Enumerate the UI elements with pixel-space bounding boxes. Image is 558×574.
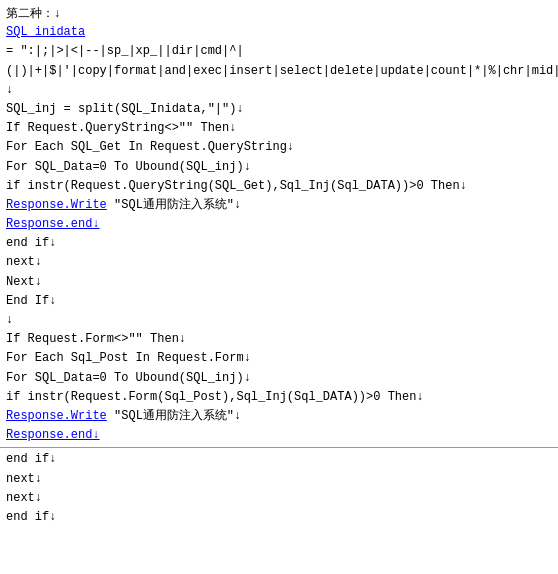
response-write-label-1: Response.Write <box>6 198 107 212</box>
code-section-top: 第二种：↓ SQL_inidata = ":|;|>|<|--|sp_|xp_|… <box>0 0 558 445</box>
response-write-post-line: Response.Write "SQL通用防注入系统"↓ <box>6 407 552 426</box>
for-each-post-line: For Each Sql_Post In Request.Form↓ <box>6 349 552 368</box>
next-2-line: Next↓ <box>6 273 552 292</box>
bottom-end-if-1: end if↓ <box>6 450 552 469</box>
sql-inidata-line: SQL_inidata <box>6 23 552 42</box>
if-form-line: If Request.Form<>"" Then↓ <box>6 330 552 349</box>
split-line: SQL_inj = split(SQL_Inidata,"|")↓ <box>6 100 552 119</box>
response-end-label-1: Response.end↓ <box>6 217 100 231</box>
response-end-get-line: Response.end↓ <box>6 215 552 234</box>
response-write-label-2: Response.Write <box>6 409 107 423</box>
section-divider <box>0 447 558 448</box>
for-data-get-line: For SQL_Data=0 To Ubound(SQL_inj)↓ <box>6 158 552 177</box>
if-instr-post-line: if instr(Request.Form(Sql_Post),Sql_Inj(… <box>6 388 552 407</box>
if-querystring-line: If Request.QueryString<>"" Then↓ <box>6 119 552 138</box>
if-instr-get-line: if instr(Request.QueryString(SQL_Get),Sq… <box>6 177 552 196</box>
blank2: ↓ <box>6 311 552 330</box>
bottom-next-2: next↓ <box>6 489 552 508</box>
for-data-post-line: For SQL_Data=0 To Ubound(SQL_inj)↓ <box>6 369 552 388</box>
sql-inidata-label: SQL_inidata <box>6 25 85 39</box>
end-if-2-line: End If↓ <box>6 292 552 311</box>
next-1-line: next↓ <box>6 253 552 272</box>
bottom-next-1: next↓ <box>6 470 552 489</box>
response-write-value-1: "SQL通用防注入系统"↓ <box>107 198 241 212</box>
end-if-1-line: end if↓ <box>6 234 552 253</box>
response-end-label-2: Response.end↓ <box>6 428 100 442</box>
blank1: ↓ <box>6 81 552 100</box>
bottom-end-if-2: end if↓ <box>6 508 552 527</box>
code-section-bottom: end if↓ next↓ next↓ end if↓ <box>0 450 558 531</box>
response-end-post-line: Response.end↓ <box>6 426 552 445</box>
response-write-get-line: Response.Write "SQL通用防注入系统"↓ <box>6 196 552 215</box>
sql-inidata-value-line: = ":|;|>|<|--|sp_|xp_||dir|cmd|^|(|)|+|$… <box>6 42 552 80</box>
for-each-get-line: For Each SQL_Get In Request.QueryString↓ <box>6 138 552 157</box>
heading-line: 第二种：↓ <box>6 4 552 23</box>
response-write-value-2: "SQL通用防注入系统"↓ <box>107 409 241 423</box>
